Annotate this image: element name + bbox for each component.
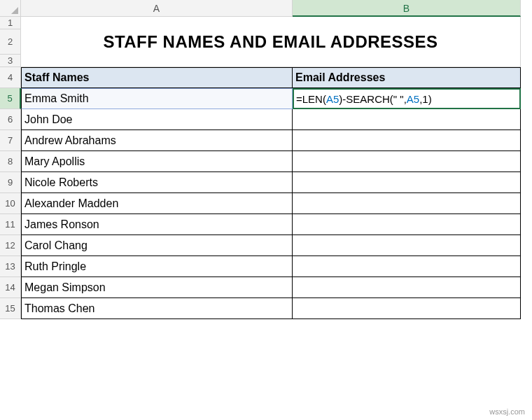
data-row-12: Carol Chang: [21, 235, 521, 256]
column-header-A[interactable]: A: [21, 0, 293, 17]
cell-B15[interactable]: [293, 298, 521, 319]
cell-grid: STAFF NAMES AND EMAIL ADDRESSES Staff Na…: [21, 17, 521, 319]
column-header-B[interactable]: B: [293, 0, 521, 17]
row-header-11[interactable]: 11: [0, 214, 21, 235]
row-header-6[interactable]: 6: [0, 109, 21, 130]
cell-A5[interactable]: Emma Smith: [21, 88, 293, 109]
data-row-11: James Ronson: [21, 214, 521, 235]
data-row-6: John Doe: [21, 109, 521, 130]
cell-B6[interactable]: [293, 109, 521, 130]
select-all-corner[interactable]: [0, 0, 21, 17]
cell-B13[interactable]: [293, 256, 521, 277]
formula-eq: =: [296, 93, 302, 105]
cell-A8[interactable]: Mary Apollis: [21, 151, 293, 172]
formula-one: 1: [422, 93, 428, 105]
cell-A12[interactable]: Carol Chang: [21, 235, 293, 256]
row-header-15[interactable]: 15: [0, 298, 21, 319]
cell-B5-editing[interactable]: =LEN(A5)-SEARCH(" ",A5,1): [293, 88, 521, 109]
row-header-1[interactable]: 1: [0, 17, 21, 29]
formula-search: SEARCH: [346, 93, 390, 105]
cell-B8[interactable]: [293, 151, 521, 172]
row-headers: 1 2 3 4 5 6 7 8 9 10 11 12 13 14 15: [0, 17, 21, 319]
formula-ref-A5b: A5: [407, 93, 419, 105]
cell-A7[interactable]: Andrew Abrahams: [21, 130, 293, 151]
title-cell[interactable]: STAFF NAMES AND EMAIL ADDRESSES: [21, 17, 521, 67]
data-row-5: Emma Smith =LEN(A5)-SEARCH(" ",A5,1): [21, 88, 521, 109]
title-row: STAFF NAMES AND EMAIL ADDRESSES: [21, 17, 521, 67]
cell-B12[interactable]: [293, 235, 521, 256]
row-header-7[interactable]: 7: [0, 130, 21, 151]
cell-A11[interactable]: James Ronson: [21, 214, 293, 235]
formula-ref-A5: A5: [326, 93, 339, 105]
cell-A10[interactable]: Alexander Madden: [21, 193, 293, 214]
cell-A14[interactable]: Megan Simpson: [21, 277, 293, 298]
cell-B11[interactable]: [293, 214, 521, 235]
cell-B9[interactable]: [293, 172, 521, 193]
watermark: wsxsj.com: [489, 407, 525, 416]
cell-A9[interactable]: Nicole Roberts: [21, 172, 293, 193]
row-header-2[interactable]: 2: [0, 29, 21, 55]
data-row-15: Thomas Chen: [21, 298, 521, 319]
cell-B14[interactable]: [293, 277, 521, 298]
data-row-14: Megan Simpson: [21, 277, 521, 298]
row-header-3[interactable]: 3: [0, 55, 21, 67]
formula-content: =LEN(A5)-SEARCH(" ",A5,1): [296, 93, 432, 105]
cell-A13[interactable]: Ruth Pringle: [21, 256, 293, 277]
header-staff-names[interactable]: Staff Names: [21, 67, 293, 88]
row-header-5[interactable]: 5: [0, 88, 21, 109]
cell-A6[interactable]: John Doe: [21, 109, 293, 130]
row-header-14[interactable]: 14: [0, 277, 21, 298]
row-header-4[interactable]: 4: [0, 67, 21, 88]
row-header-10[interactable]: 10: [0, 193, 21, 214]
formula-quote: " ": [393, 93, 404, 105]
formula-close2: ): [428, 93, 432, 105]
data-row-9: Nicole Roberts: [21, 172, 521, 193]
column-headers: A B: [21, 0, 521, 17]
data-row-10: Alexander Madden: [21, 193, 521, 214]
data-row-7: Andrew Abrahams: [21, 130, 521, 151]
cell-B7[interactable]: [293, 130, 521, 151]
formula-len: LEN: [302, 93, 323, 105]
header-row: Staff Names Email Addresses: [21, 67, 521, 88]
data-row-8: Mary Apollis: [21, 151, 521, 172]
header-email-addresses[interactable]: Email Addresses: [293, 67, 521, 88]
row-header-13[interactable]: 13: [0, 256, 21, 277]
data-row-13: Ruth Pringle: [21, 256, 521, 277]
cell-B10[interactable]: [293, 193, 521, 214]
row-header-9[interactable]: 9: [0, 172, 21, 193]
row-header-12[interactable]: 12: [0, 235, 21, 256]
cell-A15[interactable]: Thomas Chen: [21, 298, 293, 319]
row-header-8[interactable]: 8: [0, 151, 21, 172]
